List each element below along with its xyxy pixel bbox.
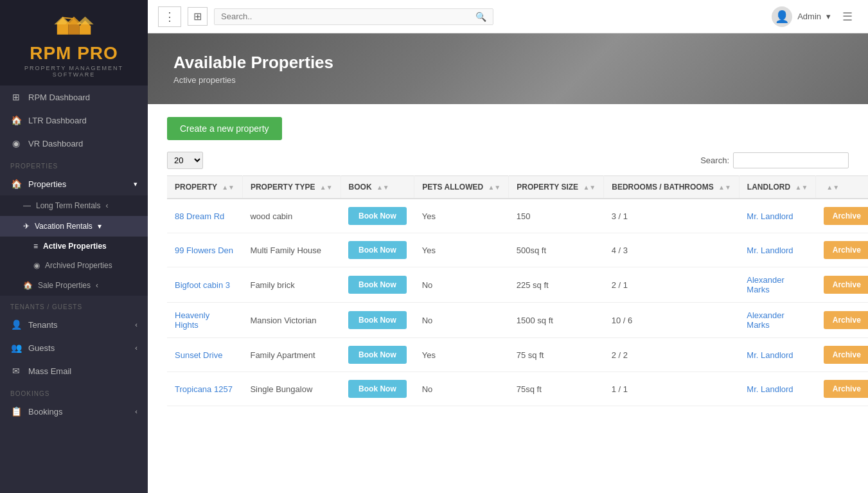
landlord-link[interactable]: Mr. Landlord	[747, 350, 793, 360]
sidebar-item-guests[interactable]: 👥 Guests ‹	[0, 336, 148, 359]
cell-pets: No	[414, 267, 509, 303]
sidebar-label: Guests	[28, 343, 55, 353]
sidebar-item-vacation-rentals[interactable]: ✈ Vacation Rentals ▾	[0, 216, 148, 237]
properties-table: PROPERTY ▲▼ PROPERTY TYPE ▲▼ BOOK ▲▼ PET…	[167, 175, 868, 406]
admin-label: Admin	[797, 12, 821, 21]
list-icon: ≡	[33, 242, 38, 251]
col-bedrooms[interactable]: BEDROOMS / BATHROOMS ▲▼	[604, 176, 740, 199]
sort-arrows-icon: ▲▼	[488, 184, 500, 191]
landlord-link[interactable]: Mr. Landlord	[747, 384, 793, 394]
page-size-control: 20 50 100	[167, 152, 203, 169]
col-type[interactable]: PROPERTY TYPE ▲▼	[242, 176, 341, 199]
search-input[interactable]	[221, 12, 475, 21]
logo: RPM PRO PROPERTY MANAGEMENT SOFTWARE	[0, 0, 148, 85]
cell-book: Book Now	[341, 233, 414, 267]
cell-property: 88 Dream Rd	[167, 199, 242, 233]
sort-arrows-icon: ▲▼	[795, 184, 808, 191]
sidebar-item-tenants[interactable]: 👤 Tenants ‹	[0, 313, 148, 336]
sidebar-label: Properties	[28, 179, 66, 189]
cell-actions: Archive Delete	[816, 338, 868, 372]
cell-book: Book Now	[341, 372, 414, 406]
create-property-button[interactable]: Create a new property	[167, 117, 282, 140]
circle-icon: ◉	[33, 261, 40, 270]
grid-view-button[interactable]: ⊞	[188, 7, 208, 26]
landlord-link[interactable]: Mr. Landlord	[747, 246, 793, 255]
col-property[interactable]: PROPERTY ▲▼	[167, 176, 242, 199]
col-size[interactable]: PROPERTY SIZE ▲▼	[509, 176, 604, 199]
dash-icon: —	[23, 201, 31, 210]
archive-button[interactable]: Archive	[824, 241, 868, 259]
sidebar-item-properties[interactable]: 🏠 Properties ▾	[0, 172, 148, 195]
menu-button[interactable]: ⋮	[158, 6, 181, 27]
page-size-select[interactable]: 20 50 100	[167, 152, 203, 169]
archive-button[interactable]: Archive	[824, 207, 868, 225]
property-link[interactable]: 99 Flowers Den	[175, 246, 233, 255]
properties-submenu: — Long Term Rentals ‹ ✈ Vacation Rentals…	[0, 195, 148, 296]
table-row: 88 Dream Rd wood cabin Book Now Yes 150 …	[167, 199, 868, 233]
book-now-button[interactable]: Book Now	[348, 276, 407, 294]
landlord-link[interactable]: Mr. Landlord	[747, 211, 793, 221]
table-search-input[interactable]	[733, 152, 849, 168]
cell-type: Family brick	[242, 267, 341, 303]
cell-landlord: Mr. Landlord	[739, 233, 815, 267]
logo-text: RPM PRO	[6, 43, 141, 64]
sidebar-item-archived-properties[interactable]: ◉ Archived Properties	[0, 256, 148, 275]
cell-size: 1500 sq ft	[509, 303, 604, 338]
table-body: 88 Dream Rd wood cabin Book Now Yes 150 …	[167, 199, 868, 406]
cell-type: Single Bungalow	[242, 372, 341, 406]
book-now-button[interactable]: Book Now	[348, 311, 407, 329]
sidebar-toggle-button[interactable]: ☰	[837, 7, 858, 26]
sidebar-label: VR Dashboard	[28, 139, 83, 148]
cell-size: 500sq ft	[509, 233, 604, 267]
cell-pets: No	[414, 303, 509, 338]
book-now-button[interactable]: Book Now	[348, 346, 407, 364]
sidebar-item-ltr-dashboard[interactable]: 🏠 LTR Dashboard	[0, 109, 148, 132]
sidebar-item-long-term-rentals[interactable]: — Long Term Rentals ‹	[0, 195, 148, 216]
archive-button[interactable]: Archive	[824, 276, 868, 294]
cell-landlord: Alexander Marks	[739, 267, 815, 303]
landlord-link[interactable]: Alexander Marks	[747, 310, 784, 330]
property-link[interactable]: Tropicana 1257	[175, 384, 233, 394]
admin-menu[interactable]: 👤 Admin ▾	[772, 6, 831, 27]
search-bar[interactable]: 🔍	[214, 8, 493, 25]
cell-actions: Archive Delete	[816, 233, 868, 267]
col-book[interactable]: BOOK ▲▼	[341, 176, 414, 199]
page-subtitle: Active properties	[173, 75, 842, 85]
cell-book: Book Now	[341, 199, 414, 233]
sidebar-item-rpm-dashboard[interactable]: ⊞ RPM Dashboard	[0, 85, 148, 109]
chevron-left-icon: ‹	[96, 281, 98, 290]
sidebar-item-mass-email[interactable]: ✉ Mass Email	[0, 359, 148, 382]
cell-landlord: Alexander Marks	[739, 303, 815, 338]
cell-pets: Yes	[414, 338, 509, 372]
archive-button[interactable]: Archive	[824, 380, 868, 398]
property-link[interactable]: 88 Dream Rd	[175, 211, 224, 221]
svg-marker-6	[76, 17, 93, 24]
cell-type: wood cabin	[242, 199, 341, 233]
table-search-control: Search:	[700, 152, 849, 168]
book-now-button[interactable]: Book Now	[348, 241, 407, 259]
book-now-button[interactable]: Book Now	[348, 380, 407, 398]
property-link[interactable]: Heavenly Hights	[175, 310, 209, 330]
cell-landlord: Mr. Landlord	[739, 338, 815, 372]
sidebar-item-bookings[interactable]: 📋 Bookings ‹	[0, 400, 148, 423]
sidebar-item-sale-properties[interactable]: 🏠 Sale Properties ‹	[0, 275, 148, 296]
sidebar-item-vr-dashboard[interactable]: ◉ VR Dashboard	[0, 132, 148, 155]
sidebar: RPM PRO PROPERTY MANAGEMENT SOFTWARE ⊞ R…	[0, 0, 148, 493]
sidebar-label: RPM Dashboard	[28, 93, 90, 102]
property-link[interactable]: Sunset Drive	[175, 350, 222, 360]
sort-arrows-icon: ▲▼	[826, 184, 839, 191]
table-row: Tropicana 1257 Single Bungalow Book Now …	[167, 372, 868, 406]
book-now-button[interactable]: Book Now	[348, 207, 407, 225]
sidebar-item-active-properties[interactable]: ≡ Active Properties	[0, 237, 148, 256]
cell-book: Book Now	[341, 267, 414, 303]
chevron-left-icon: ‹	[135, 344, 137, 352]
sidebar-sub-label: Long Term Rentals	[36, 201, 101, 210]
landlord-link[interactable]: Alexander Marks	[747, 275, 784, 294]
sidebar-subsub-label: Archived Properties	[45, 261, 112, 270]
archive-button[interactable]: Archive	[824, 311, 868, 329]
archive-button[interactable]: Archive	[824, 346, 868, 364]
col-landlord[interactable]: LANDLORD ▲▼	[739, 176, 815, 199]
col-pets[interactable]: PETS ALLOWED ▲▼	[414, 176, 509, 199]
property-link[interactable]: Bigfoot cabin 3	[175, 280, 230, 290]
cell-bedrooms: 2 / 1	[604, 267, 740, 303]
